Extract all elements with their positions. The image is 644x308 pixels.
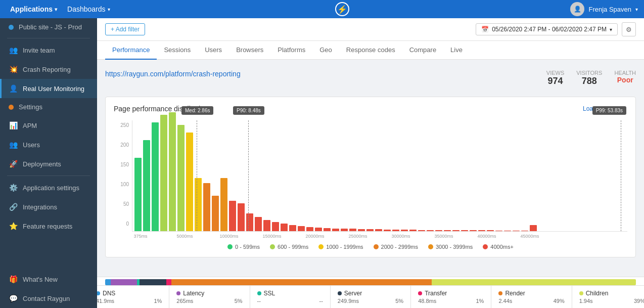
histogram-bar xyxy=(418,230,425,231)
histogram-bar xyxy=(435,230,442,231)
histogram-bar xyxy=(409,230,417,231)
metric-render: Render 2.44s 49% xyxy=(491,286,572,308)
histogram-bar xyxy=(306,227,313,231)
x-label: 5000ms xyxy=(177,234,184,239)
metric-latency-dot xyxy=(176,291,180,295)
sidebar-item-rum[interactable]: 👤 Real User Monitoring xyxy=(0,79,97,98)
histogram-bar xyxy=(384,230,391,231)
views-stat: Views 974 xyxy=(546,70,564,86)
tab-users-label: Users xyxy=(205,46,222,54)
histogram-bar xyxy=(220,178,227,231)
tab-performance[interactable]: Performance xyxy=(105,41,157,60)
sidebar-item-integrations[interactable]: 🔗 Integrations xyxy=(0,197,97,216)
tab-compare[interactable]: Compare xyxy=(402,41,443,60)
legend-label-3: 2000 - 2999ms xyxy=(381,244,418,250)
metric-render-label-row: Render xyxy=(498,290,564,297)
sidebar-item-whats-new[interactable]: 🎁 What's New xyxy=(0,270,97,289)
histogram-bar xyxy=(212,196,219,231)
sidebar-item-crash-reporting[interactable]: 💥 Crash Reporting xyxy=(0,60,97,79)
metrics-row: DNS 41.9ms 1% Latency 265ms 5% xyxy=(97,285,644,308)
metric-latency-name: Latency xyxy=(183,290,204,297)
histogram-bar xyxy=(298,226,305,231)
chart-legend: 0 - 599ms 600 - 999ms 1000 - 1999ms 2000… xyxy=(114,244,627,250)
chart-card: Page performance distribution Load time … xyxy=(105,97,636,257)
metric-dns-label-row: DNS xyxy=(97,290,162,297)
histogram-bar xyxy=(495,231,502,231)
x-label xyxy=(254,234,261,239)
applications-menu[interactable]: Applications ▾ xyxy=(6,3,61,15)
histogram-bar xyxy=(289,225,296,231)
filter-settings-button[interactable]: ⚙ xyxy=(622,22,636,36)
sidebar-item-apm[interactable]: 📊 APM xyxy=(0,116,97,135)
main-layout: Public site - JS - Prod 👥 Invite team 💥 … xyxy=(0,18,644,308)
health-label: Health xyxy=(614,70,636,76)
sidebar-item-settings[interactable]: Settings xyxy=(0,98,97,116)
nav-center: ⚡ xyxy=(114,2,571,16)
x-label xyxy=(143,234,150,239)
nav-right: 👤 Frenja Spaven ▾ xyxy=(570,2,638,16)
x-axis-labels: 375ms5000ms10000ms15000ms20000ms25000ms3… xyxy=(132,232,627,239)
histogram-bar xyxy=(134,158,142,231)
date-range-selector[interactable]: 📅 05/26/2020 2:47 PM - 06/02/2020 2:47 P… xyxy=(476,23,618,35)
x-label xyxy=(160,234,167,239)
add-filter-button[interactable]: + Add filter xyxy=(105,23,145,35)
sidebar-item-feature-requests[interactable]: ⭐ Feature requests xyxy=(0,216,97,236)
visitors-stat: Visitors 788 xyxy=(576,70,602,86)
tab-platforms[interactable]: Platforms xyxy=(270,41,312,60)
histogram-bar xyxy=(341,229,348,231)
user-name[interactable]: Frenja Spaven xyxy=(588,6,631,13)
sidebar-contact-label: Contact Raygun xyxy=(23,295,70,302)
x-label: 10000ms xyxy=(220,234,227,239)
sidebar-deployments-label: Deployments xyxy=(23,160,61,168)
health-stat: Health Poor xyxy=(614,70,636,84)
sidebar-item-users[interactable]: 👥 Users xyxy=(0,135,97,154)
segment-latency xyxy=(111,279,137,285)
feature-requests-icon: ⭐ xyxy=(9,222,18,231)
invite-team-icon: 👥 xyxy=(9,46,18,55)
calendar-icon: 📅 xyxy=(481,26,489,33)
sidebar-item-public-site[interactable]: Public site - JS - Prod xyxy=(0,18,97,36)
tab-users[interactable]: Users xyxy=(198,41,229,60)
metric-server-name: Server xyxy=(344,290,362,297)
tab-platforms-label: Platforms xyxy=(278,46,305,54)
y-label-0: 0 xyxy=(126,221,129,227)
dashboards-menu[interactable]: Dashboards ▾ xyxy=(63,3,114,15)
histogram-bar xyxy=(401,230,408,231)
legend-label-5: 4000ms+ xyxy=(490,244,514,250)
tab-geo[interactable]: Geo xyxy=(312,41,339,60)
metric-latency-label-row: Latency xyxy=(176,290,242,297)
url-header: https://raygun.com/platform/crash-report… xyxy=(105,66,636,91)
x-label xyxy=(461,234,468,239)
histogram-bar xyxy=(504,231,511,231)
lightning-icon[interactable]: ⚡ xyxy=(335,2,349,16)
metric-render-name: Render xyxy=(505,290,525,297)
segment-transfer xyxy=(166,279,172,285)
tab-response-codes[interactable]: Response codes xyxy=(339,41,402,60)
metric-latency-values: 265ms 5% xyxy=(176,298,242,304)
sidebar-item-invite-team[interactable]: 👥 Invite team xyxy=(0,40,97,60)
tab-live[interactable]: Live xyxy=(443,41,470,60)
x-label xyxy=(323,234,330,239)
sidebar-item-app-settings[interactable]: ⚙️ Application settings xyxy=(0,178,97,197)
sidebar-divider-2 xyxy=(7,175,90,176)
tab-sessions[interactable]: Sessions xyxy=(157,41,198,60)
x-label xyxy=(469,234,476,239)
sidebar-item-deployments[interactable]: 🚀 Deployments xyxy=(0,154,97,173)
url-display[interactable]: https://raygun.com/platform/crash-report… xyxy=(105,70,241,78)
p99-tooltip-annotation: P99: 53.83s xyxy=(592,106,626,115)
x-label: 15000ms xyxy=(263,234,270,239)
public-site-indicator xyxy=(9,25,14,30)
tab-sessions-label: Sessions xyxy=(164,46,191,54)
tooltip-annotation: P90: 8.48s xyxy=(233,106,264,115)
x-label xyxy=(151,234,158,239)
x-label xyxy=(314,234,321,239)
tab-response-codes-label: Response codes xyxy=(346,46,395,54)
sidebar-apm-label: APM xyxy=(23,122,37,129)
histogram-bar xyxy=(375,229,382,231)
metric-ssl-percent: -- xyxy=(319,298,323,304)
chart-body: Med: 2.86sP90: 8.48sP99: 53.83s 375ms500… xyxy=(132,120,627,239)
url-stats: Views 974 Visitors 788 Health Poor xyxy=(546,70,636,86)
tab-browsers[interactable]: Browsers xyxy=(229,41,270,60)
sidebar-item-contact[interactable]: 💬 Contact Raygun xyxy=(0,289,97,308)
sidebar-crash-reporting-label: Crash Reporting xyxy=(23,66,71,73)
